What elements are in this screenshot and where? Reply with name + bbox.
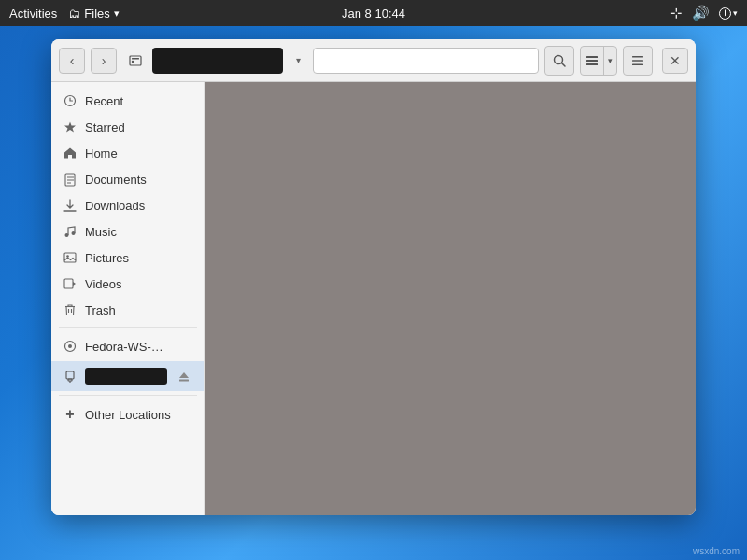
menu-button[interactable] <box>623 46 653 76</box>
sidebar-item-documents[interactable]: Documents <box>51 166 204 192</box>
svg-rect-9 <box>632 60 643 61</box>
sidebar-item-usb-drive[interactable]: ████████ <box>51 361 204 391</box>
breadcrumb-bar <box>313 48 539 74</box>
search-button[interactable] <box>544 46 574 76</box>
file-view-area <box>205 82 696 515</box>
power-icon[interactable]: ▾ <box>719 7 738 20</box>
svg-point-2 <box>132 60 134 62</box>
fedora-drive-label: Fedora-WS-L... <box>85 340 167 354</box>
home-label: Home <box>85 147 193 161</box>
file-manager-window: ‹ › ▾ <box>51 39 696 515</box>
home-icon <box>63 146 78 161</box>
topbar: Activities 🗂 Files ▾ Jan 8 10:44 ⊹ 🔊 ▾ <box>0 0 747 26</box>
svg-rect-32 <box>68 379 72 381</box>
sidebar-item-music[interactable]: Music <box>51 218 204 245</box>
close-button[interactable]: ✕ <box>662 48 688 74</box>
svg-point-18 <box>65 233 69 237</box>
sidebar-item-starred[interactable]: Starred <box>51 114 204 140</box>
svg-rect-8 <box>632 56 643 58</box>
files-menu-button[interactable]: 🗂 Files ▾ <box>68 7 119 21</box>
recent-icon <box>63 93 78 108</box>
svg-rect-22 <box>64 279 73 288</box>
svg-rect-5 <box>586 56 598 58</box>
svg-marker-12 <box>64 122 76 133</box>
starred-icon <box>63 119 78 134</box>
location-input[interactable] <box>152 48 283 74</box>
view-options-button[interactable]: ▾ <box>580 46 617 76</box>
header-bar: ‹ › ▾ <box>51 39 696 82</box>
svg-marker-34 <box>179 372 189 378</box>
sidebar-divider-2 <box>59 395 197 396</box>
usb-drive-icon <box>63 369 78 384</box>
sidebar-item-fedora-drive[interactable]: Fedora-WS-L... <box>51 331 204 361</box>
documents-icon <box>63 172 78 187</box>
location-bar: ▾ <box>122 48 539 74</box>
videos-icon <box>63 276 78 291</box>
other-locations-label: Other Locations <box>85 408 193 422</box>
svg-rect-0 <box>130 56 141 65</box>
other-locations-icon: + <box>63 407 78 422</box>
svg-marker-23 <box>73 282 76 286</box>
desktop: Activities 🗂 Files ▾ Jan 8 10:44 ⊹ 🔊 ▾ <box>0 0 747 560</box>
svg-rect-20 <box>64 253 76 262</box>
music-label: Music <box>85 225 193 239</box>
sidebar-item-videos[interactable]: Videos <box>51 271 204 297</box>
videos-label: Videos <box>85 277 193 291</box>
downloads-label: Downloads <box>85 199 193 213</box>
sidebar-item-pictures[interactable]: Pictures <box>51 245 204 271</box>
svg-rect-1 <box>132 58 139 60</box>
sidebar-item-downloads[interactable]: Downloads <box>51 192 204 218</box>
sidebar-item-recent[interactable]: Recent <box>51 88 204 114</box>
documents-label: Documents <box>85 173 193 187</box>
music-icon <box>63 224 78 239</box>
view-options-dropdown-arrow[interactable]: ▾ <box>603 47 616 75</box>
starred-label: Starred <box>85 120 193 134</box>
recent-label: Recent <box>85 94 193 108</box>
file-manager-icon: 🗂 <box>68 7 80 21</box>
svg-marker-29 <box>179 343 189 348</box>
sidebar-item-home[interactable]: Home <box>51 140 204 166</box>
sidebar-divider <box>59 327 197 328</box>
clock: Jan 8 10:44 <box>342 7 405 21</box>
location-drive-icon[interactable] <box>122 48 148 74</box>
svg-line-4 <box>562 63 566 66</box>
trash-label: Trash <box>85 303 193 317</box>
activities-button[interactable]: Activities <box>9 7 57 21</box>
pictures-label: Pictures <box>85 251 193 265</box>
svg-point-28 <box>68 344 72 348</box>
svg-rect-7 <box>586 63 598 65</box>
svg-rect-35 <box>179 380 189 382</box>
downloads-icon <box>63 198 78 213</box>
svg-rect-30 <box>179 350 189 352</box>
fedora-drive-icon <box>63 339 78 354</box>
watermark: wsxdn.com <box>685 542 747 560</box>
svg-point-19 <box>72 231 76 235</box>
location-dropdown-button[interactable]: ▾ <box>287 48 309 74</box>
svg-rect-6 <box>586 60 598 62</box>
list-view-icon[interactable] <box>581 47 603 75</box>
network-icon[interactable]: ⊹ <box>670 5 683 21</box>
sidebar-item-other-locations[interactable]: + Other Locations <box>51 399 204 429</box>
usb-drive-eject-button[interactable] <box>175 367 193 385</box>
main-content: Recent Starred <box>51 82 696 515</box>
forward-button[interactable]: › <box>91 48 117 74</box>
sidebar-item-trash[interactable]: Trash <box>51 297 204 323</box>
usb-drive-label: ████████ <box>85 368 167 385</box>
back-button[interactable]: ‹ <box>59 48 85 74</box>
trash-icon <box>63 302 78 317</box>
volume-icon[interactable]: 🔊 <box>692 5 710 21</box>
svg-rect-31 <box>66 371 74 379</box>
pictures-icon <box>63 250 78 265</box>
sidebar: Recent Starred <box>51 82 205 515</box>
svg-rect-10 <box>632 63 643 65</box>
